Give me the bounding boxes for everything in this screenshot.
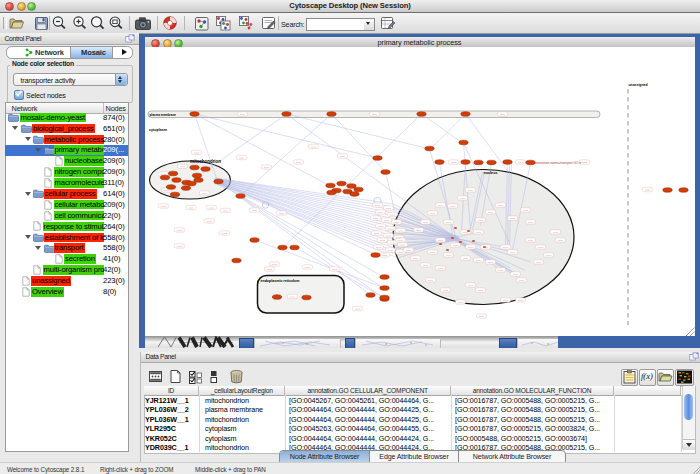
svg-text:plasma membrane: plasma membrane bbox=[149, 113, 176, 117]
svg-text:unassigned: unassigned bbox=[628, 82, 648, 87]
svg-text:mitochondrion: mitochondrion bbox=[190, 159, 221, 164]
svg-text:cytoplasm: cytoplasm bbox=[149, 127, 167, 132]
svg-text:annotation.name=transport GO t: annotation.name=transport GO tr bbox=[534, 161, 582, 165]
svg-text:endoplasmic reticulum: endoplasmic reticulum bbox=[260, 278, 299, 283]
svg-text:nucleus: nucleus bbox=[483, 170, 498, 175]
